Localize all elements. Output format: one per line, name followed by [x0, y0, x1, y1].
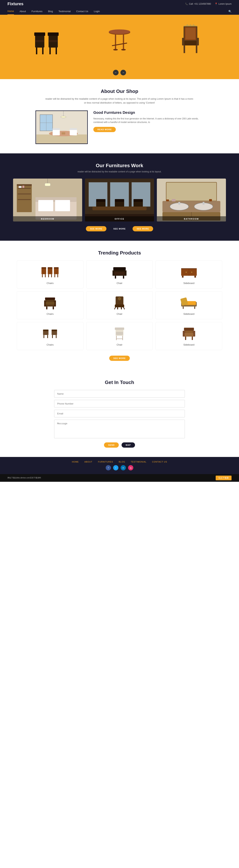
svg-rect-14 [112, 42, 127, 46]
send-button[interactable]: SEND [104, 442, 119, 447]
message-input[interactable] [54, 420, 185, 438]
name-input[interactable] [54, 390, 185, 398]
footer-nav-furnitures[interactable]: FURNITURES [98, 461, 113, 463]
linkedin-icon[interactable]: in [121, 465, 126, 470]
svg-rect-72 [203, 202, 205, 205]
product-card-0[interactable]: Chairs [17, 260, 84, 288]
product-name-6: Chairs [21, 343, 80, 346]
svg-rect-67 [166, 182, 217, 201]
product-card-5[interactable]: Sideboard [155, 291, 222, 319]
svg-rect-110 [46, 302, 55, 305]
product-name-4: Chair [90, 313, 149, 315]
footer-nav-contact[interactable]: CONTACT US [152, 461, 167, 463]
trending-see-more-button[interactable]: SEE MORE [109, 355, 130, 361]
bedroom-see-more-button[interactable]: SEE MORE [86, 226, 107, 231]
svg-rect-45 [18, 199, 31, 200]
work-buttons: SEE MORE SEE MORE SEE MORE [7, 226, 232, 231]
svg-rect-21 [182, 38, 184, 45]
product-card-3[interactable]: Chairs [17, 291, 84, 319]
footer: HOME ABOUT FURNITURES BLOG TESTIMONIAL C… [0, 457, 239, 474]
svg-rect-105 [45, 298, 55, 300]
product-name-1: Chair [90, 282, 149, 284]
svg-rect-125 [43, 335, 44, 338]
svg-rect-108 [46, 306, 48, 309]
svg-rect-20 [183, 41, 198, 45]
svg-rect-26 [186, 28, 195, 39]
twitter-icon[interactable]: t [113, 465, 118, 470]
svg-rect-130 [56, 335, 57, 338]
svg-rect-35 [53, 128, 60, 130]
nav-about[interactable]: About [20, 8, 26, 14]
product-card-8[interactable]: Sideboard [155, 322, 222, 350]
single-chair-svg [41, 295, 59, 310]
footer-nav: HOME ABOUT FURNITURES BLOG TESTIMONIAL C… [7, 461, 232, 463]
svg-rect-95 [123, 276, 124, 278]
svg-rect-143 [184, 333, 193, 336]
products-grid: Chairs Chair [17, 260, 222, 350]
svg-rect-101 [182, 276, 183, 277]
svg-point-99 [186, 272, 186, 273]
location-info: 📍 Lorem Ipsum [215, 3, 232, 5]
map-button[interactable]: MAP [122, 442, 135, 447]
nav-login[interactable]: Login [94, 8, 100, 14]
office-see-more-button[interactable]: SEE MORE [109, 226, 130, 231]
bathroom-see-more-button[interactable]: SEE MORE [132, 226, 153, 231]
about-room-svg [36, 111, 87, 144]
svg-rect-86 [54, 268, 59, 274]
phone-info: 📞 Call: +01 1234567890 [185, 3, 211, 5]
svg-rect-52 [38, 200, 53, 211]
hero-chair-pair-svg [32, 24, 65, 58]
svg-rect-133 [116, 336, 117, 340]
product-card-6[interactable]: Chairs [17, 322, 84, 350]
svg-rect-85 [51, 274, 52, 277]
footer-social: f t in ig [7, 465, 232, 470]
svg-rect-2 [36, 48, 37, 54]
svg-rect-43 [18, 188, 31, 189]
contact-title: Get In Touch [15, 379, 224, 385]
svg-marker-18 [186, 24, 195, 26]
work-title: Our Furnitures Work [7, 163, 232, 168]
svg-rect-12 [115, 34, 116, 49]
nav-blog[interactable]: Blog [48, 8, 53, 14]
footer-nav-testimonial[interactable]: TESTIMONIAL [131, 461, 146, 463]
svg-rect-81 [45, 274, 46, 277]
svg-point-16 [121, 49, 126, 51]
product-card-7[interactable]: Chair [86, 322, 153, 350]
phone-icon: 📞 [185, 3, 188, 5]
svg-rect-53 [55, 200, 70, 211]
prev-button[interactable]: ← [113, 70, 119, 75]
trending-section: Trending Products Chairs [0, 241, 239, 370]
footer-nav-blog[interactable]: BLOG [119, 461, 125, 463]
read-more-button[interactable]: READ MORE [93, 127, 116, 132]
email-input[interactable] [54, 410, 185, 417]
svg-rect-102 [195, 276, 196, 277]
svg-rect-19 [183, 26, 197, 26]
svg-rect-132 [115, 328, 124, 330]
next-button[interactable]: → [120, 70, 126, 75]
carousel-controls: ← → [0, 70, 239, 79]
product-card-4[interactable]: Chair [86, 291, 153, 319]
nav-testimonial[interactable]: Testimonial [58, 8, 70, 14]
nav-home[interactable]: Home [7, 8, 14, 15]
brand-logo: Fixtures [7, 1, 24, 6]
footer-nav-home[interactable]: HOME [72, 461, 79, 463]
svg-point-11 [109, 29, 130, 34]
bedroom-svg [13, 179, 82, 221]
svg-rect-84 [48, 274, 49, 277]
product-card-1[interactable]: Chair [86, 260, 153, 288]
svg-rect-88 [55, 274, 55, 277]
bottom-download-button[interactable]: 站点下载量 [216, 475, 232, 480]
nav-contact[interactable]: Contact Us [76, 8, 88, 14]
svg-rect-63 [133, 199, 143, 202]
facebook-icon[interactable]: f [106, 465, 111, 470]
svg-rect-129 [52, 335, 53, 338]
office-label: OFFICE [85, 216, 154, 221]
nav-furnitures[interactable]: Furnitures [32, 8, 42, 14]
phone-input[interactable] [54, 400, 185, 407]
footer-nav-about[interactable]: ABOUT [84, 461, 92, 463]
search-icon[interactable]: 🔍 [228, 10, 232, 13]
about-card-title: Good Furntures Design [93, 111, 204, 115]
instagram-icon[interactable]: ig [128, 465, 133, 470]
product-card-2[interactable]: Sideboard [155, 260, 222, 288]
yellow-lounger-svg [180, 295, 198, 310]
